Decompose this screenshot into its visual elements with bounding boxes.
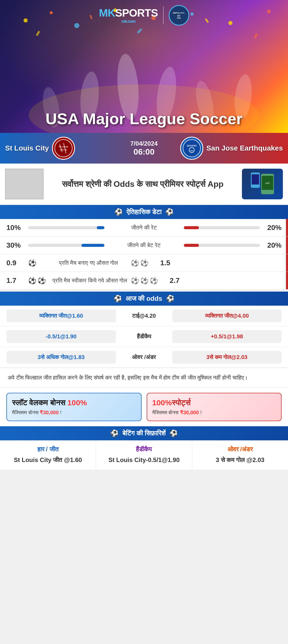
- svg-point-0: [24, 18, 28, 22]
- svg-rect-28: [252, 174, 259, 185]
- ball-icon-3-2: ⚽: [38, 277, 46, 285]
- home-team-name: St Louis City: [5, 144, 49, 152]
- hero-banner: MKSPORTS mk.com EMPOLI F.C. EF 1920 USA …: [0, 0, 288, 133]
- stat-bar-right-1: [184, 244, 260, 247]
- stat-label-2: प्रति मैच बनाए गए औसत गोल: [52, 260, 124, 266]
- recommendations-section: हार / जीत St Louis City जीत @1.60 हैंडीक…: [0, 440, 288, 470]
- bonus-card-2[interactable]: 100%स्पोर्ट्स मैक्सिमम बोनस ₹30,000 !: [147, 393, 282, 421]
- stat-right-value-3: 2.7: [162, 277, 180, 285]
- stat-right-value-0: 20%: [264, 224, 282, 232]
- match-header: St Louis City ST LOUIS CITY SC 7/04/2024…: [0, 133, 288, 164]
- stat-bar-left-fill-1: [81, 244, 104, 247]
- stat-label-3: प्रति मैच स्वीकार किये गये औसत गोल: [52, 277, 127, 284]
- right-ball-icons-3: ⚽ ⚽ ⚽: [131, 277, 158, 285]
- red-accent-0: [286, 219, 288, 236]
- ad-phone-image: APP: [242, 169, 283, 199]
- stat-left-value-2: 0.9: [6, 259, 24, 267]
- svg-rect-9: [90, 15, 92, 19]
- hero-title: USA Major League Soccer: [46, 110, 243, 128]
- match-time: 06:00: [119, 147, 170, 157]
- ad-text: सर्वोत्तम श्रेणी की Odds के साथ प्रीमियर…: [47, 178, 238, 190]
- stat-row-win-rate: 10% जीतने की रेट 20%: [0, 219, 288, 237]
- rec-val-1: St Louis City-0.5/1@1.90: [100, 455, 188, 465]
- rec-ball-left: ⚽: [110, 429, 119, 437]
- stat-bar-right-fill-0: [184, 226, 199, 229]
- svg-rect-12: [254, 33, 258, 39]
- odds-title: आज की odds: [126, 295, 162, 303]
- bonus-subtitle-2: मैक्सिमम बोनस ₹30,000 !: [152, 409, 276, 416]
- odds-row-2: 3से अधिक गोल@1.83 ओवर /अंडर 3से कम गोल@2…: [0, 347, 288, 368]
- stat-row-goals-scored: 0.9 ⚽ प्रति मैच बनाए गए औसत गोल ⚽ ⚽ 1.5: [0, 254, 288, 272]
- odds-header: ⚽ आज की odds ⚽: [0, 292, 288, 306]
- odds-handicap-home[interactable]: -0.5/1@1.90: [6, 330, 116, 343]
- ad-placeholder-image: [5, 169, 44, 199]
- stat-row-goals-conceded: 1.7 ⚽ ⚽ प्रति मैच स्वीकार किये गये औसत ग…: [0, 272, 288, 290]
- away-team-name: San Jose Earthquakes: [206, 144, 283, 152]
- svg-point-6: [228, 21, 232, 25]
- historical-title: ऐतिहासिक डेटा: [126, 208, 162, 216]
- partner-badge: EMPOLI F.C. EF 1920: [169, 5, 189, 26]
- left-ball-icons-3: ⚽ ⚽: [28, 277, 49, 285]
- odds-away-win[interactable]: व्यक्तिगत जीत@4.00: [172, 309, 282, 322]
- stat-left-value-0: 10%: [6, 224, 24, 232]
- bonus-card-1[interactable]: स्लॉट वेलकम बोनस 100% मैक्सिमम बोनस ₹30,…: [6, 393, 142, 421]
- stat-bar-right-fill-1: [184, 244, 199, 247]
- svg-point-5: [190, 13, 194, 16]
- svg-rect-10: [137, 28, 142, 34]
- svg-rect-8: [36, 31, 40, 36]
- historical-header: ⚽ ऐतिहासिक डेटा ⚽: [0, 205, 288, 219]
- stat-bar-left-fill-0: [97, 226, 104, 229]
- recommend-row: हार / जीत St Louis City जीत @1.60 हैंडीक…: [0, 440, 288, 470]
- stat-row-bet-rate: 30% जीतने की बेट रेट 20%: [0, 237, 288, 254]
- odds-over[interactable]: 3से अधिक गोल@1.83: [6, 351, 116, 364]
- right-ball-icons-2: ⚽ ⚽: [128, 259, 148, 267]
- svg-point-2: [74, 23, 79, 28]
- rec-cat-1: हैंडीकैप: [100, 446, 188, 453]
- ball-icon-left: ⚽: [114, 208, 123, 216]
- ball-icon-2-r1: ⚽: [131, 259, 139, 267]
- ball-icon-2-r2: ⚽: [140, 259, 148, 267]
- svg-text:SJ: SJ: [190, 150, 193, 152]
- ball-icon-2-1: ⚽: [28, 259, 36, 267]
- odds-section: व्यक्तिगत जीत@1.60 टाई@4.20 व्यक्तिगत जी…: [0, 306, 288, 368]
- match-info: 7/04/2024 06:00: [119, 140, 170, 157]
- svg-text:APP: APP: [265, 182, 270, 185]
- odds-handicap-away[interactable]: +0.5/1@1.98: [172, 330, 282, 343]
- odds-ou-label: ओवर /अंडर: [119, 354, 170, 361]
- svg-point-23: [183, 140, 200, 157]
- ad-banner[interactable]: सर्वोत्तम श्रेणी की Odds के साथ प्रीमियर…: [0, 164, 288, 205]
- ball-icon-3-r3: ⚽: [150, 277, 158, 285]
- stat-bar-left-0: [28, 226, 104, 229]
- recommend-col-2: ओवर /अंडर 3 से कम गोल @2.03: [192, 441, 288, 470]
- bonus-subtitle-1: मैक्सिमम बोनस ₹30,000 !: [12, 409, 136, 416]
- rec-ball-right: ⚽: [169, 429, 178, 437]
- svg-point-7: [267, 10, 271, 13]
- ball-icon-right: ⚽: [165, 208, 174, 216]
- odds-home-win[interactable]: व्यक्तिगत जीत@1.60: [6, 309, 116, 322]
- away-team: QUAKES SJ San Jose Earthquakes: [172, 137, 283, 160]
- svg-point-20: [55, 140, 72, 157]
- rec-cat-2: ओवर /अंडर: [196, 446, 284, 453]
- home-team-badge: ST LOUIS CITY SC: [52, 137, 75, 160]
- rec-cat-0: हार / जीत: [4, 446, 92, 453]
- red-accent-3: [286, 272, 288, 289]
- left-ball-icons-2: ⚽: [28, 259, 49, 267]
- bonus-section[interactable]: स्लॉट वेलकम बोनस 100% मैक्सिमम बोनस ₹30,…: [0, 387, 288, 426]
- svg-text:QUAKES: QUAKES: [187, 144, 197, 147]
- red-accent-2: [286, 254, 288, 272]
- recommendations-header: ⚽ बेटिंग की सिफ़ारिशें ⚽: [0, 426, 288, 440]
- odds-row-1: -0.5/1@1.90 हैंडीकैप +0.5/1@1.98: [0, 326, 288, 347]
- recommend-col-0: हार / जीत St Louis City जीत @1.60: [0, 441, 96, 470]
- red-accent-1: [286, 237, 288, 254]
- bonus-title-1: स्लॉट वेलकम बोनस 100%: [12, 398, 136, 407]
- odds-row-0: व्यक्तिगत जीत@1.60 टाई@4.20 व्यक्तिगत जी…: [0, 306, 288, 326]
- ball-icon-3-1: ⚽: [28, 277, 36, 285]
- away-team-badge: QUAKES SJ: [180, 137, 203, 160]
- stat-right-value-1: 20%: [264, 241, 282, 249]
- odds-under[interactable]: 3से कम गोल@2.03: [172, 351, 282, 364]
- stat-bar-left-1: [28, 244, 104, 247]
- ball-icon-3-r1: ⚽: [131, 277, 139, 285]
- odds-ball-left: ⚽: [114, 295, 122, 303]
- stat-right-value-2: 1.5: [152, 259, 170, 267]
- match-date: 7/04/2024: [119, 140, 170, 147]
